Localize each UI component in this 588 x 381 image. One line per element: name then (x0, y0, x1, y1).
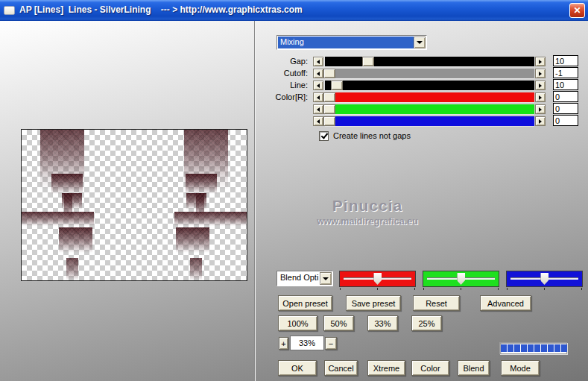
filter-preset-dropdown[interactable]: Mixing (276, 35, 427, 50)
color-r-slider-track[interactable] (325, 92, 534, 102)
line-slider-thumb[interactable] (331, 81, 343, 90)
zoom-in-button[interactable]: + (279, 337, 288, 350)
cutoff-slider-track[interactable] (325, 69, 534, 78)
title-bar[interactable]: AP [Lines] Lines - SilverLining --- > ht… (0, 0, 588, 21)
color-b-slider-track[interactable] (325, 116, 534, 126)
color-b-slider-left-arrow[interactable] (313, 116, 323, 126)
progress-segment (521, 344, 527, 352)
color-b-slider-right-arrow[interactable] (535, 116, 546, 126)
color-g-slider-right-arrow[interactable] (535, 104, 546, 114)
cancel-button[interactable]: Cancel (324, 360, 358, 376)
save-preset-button[interactable]: Save preset (346, 295, 401, 311)
arrow-left-icon (317, 60, 320, 64)
mode-button[interactable]: Mode (501, 360, 540, 376)
red-blend-slider[interactable] (339, 271, 416, 287)
progress-segment (508, 344, 513, 352)
arrow-right-icon (539, 72, 542, 76)
watermark-site: www.maidiregrafica.eu (293, 216, 442, 227)
color-g-slider-left-arrow[interactable] (313, 104, 323, 114)
arrow-left-icon (317, 119, 320, 124)
progress-segment (554, 344, 560, 352)
create-lines-checkbox[interactable] (319, 131, 329, 141)
open-preset-button[interactable]: Open preset (278, 295, 332, 311)
arrow-left-icon (317, 95, 320, 100)
cutoff-value-input[interactable] (553, 67, 578, 78)
color-g-slider-track[interactable] (325, 104, 534, 114)
color-r-slider-right-arrow[interactable] (535, 92, 546, 102)
reset-button[interactable]: Reset (413, 295, 460, 311)
cutoff-slider-left-arrow[interactable] (313, 69, 323, 78)
color-r-value-input[interactable] (553, 91, 578, 102)
progress-segment (548, 344, 554, 352)
color-b-slider-thumb[interactable] (323, 116, 335, 126)
gap-slider-right-arrow[interactable] (535, 57, 546, 66)
gap-slider-label: Gap: (254, 57, 308, 66)
chevron-down-icon (323, 277, 329, 280)
app-icon (4, 6, 15, 15)
arrow-right-icon (539, 60, 542, 64)
zoom-out-button[interactable]: − (325, 337, 337, 350)
gap-slider-thumb[interactable] (362, 57, 374, 66)
close-icon: ✕ (573, 6, 581, 15)
zoom-level-value: 33% (290, 336, 324, 350)
zoom-33-button[interactable]: 33% (367, 315, 398, 331)
blue-blend-thumb[interactable] (540, 273, 549, 285)
watermark-name: Pinuccia (293, 197, 442, 215)
preview-shape (176, 227, 209, 253)
color-button[interactable]: Color (411, 360, 449, 376)
slider-tick (423, 288, 424, 290)
dropdown-arrow-button[interactable] (414, 37, 426, 48)
xtreme-button[interactable]: Xtreme (367, 360, 405, 376)
color-g-slider-label (254, 104, 308, 114)
color-g-value-input[interactable] (553, 103, 578, 114)
preview-canvas[interactable] (21, 129, 247, 281)
color-g-slider-thumb[interactable] (323, 104, 335, 114)
line-slider-left-arrow[interactable] (313, 81, 323, 90)
color-r-slider-thumb[interactable] (323, 92, 335, 102)
zoom-50-button[interactable]: 50% (323, 315, 354, 331)
progress-bar (499, 342, 567, 354)
cutoff-slider-right-arrow[interactable] (535, 69, 546, 78)
slider-tick (461, 288, 461, 290)
color-b-slider-label (254, 116, 308, 126)
color-r-slider-left-arrow[interactable] (313, 92, 323, 102)
blue-blend-slider[interactable] (506, 271, 583, 287)
slider-tick (377, 288, 378, 290)
blend-options-dropdown[interactable]: Blend Opti (276, 271, 333, 286)
progress-segment (501, 344, 507, 352)
cutoff-slider-thumb[interactable] (323, 69, 335, 78)
red-blend-thumb[interactable] (373, 273, 382, 285)
dialog-body: Mixing Gap: Cutoff: Line: Color[R]: (0, 21, 588, 381)
color-b-value-input[interactable] (553, 115, 578, 126)
gap-slider-track[interactable] (325, 57, 534, 66)
green-blend-thumb[interactable] (457, 273, 465, 285)
line-slider-right-arrow[interactable] (535, 81, 546, 90)
window-title: AP [Lines] Lines - SilverLining --- > ht… (19, 4, 303, 15)
filter-preset-value: Mixing (278, 37, 414, 48)
preview-totem-right (22, 130, 247, 280)
gap-value-input[interactable] (553, 55, 578, 66)
slider-tick (498, 288, 499, 290)
slider-tick (414, 288, 415, 290)
dropdown-arrow-button[interactable] (320, 272, 332, 285)
blend-button[interactable]: Blend (458, 360, 490, 376)
create-lines-checkbox-label: Create lines not gaps (333, 131, 411, 141)
progress-segment (528, 344, 534, 352)
line-slider-label: Line: (254, 81, 308, 90)
arrow-right-icon (539, 107, 542, 112)
advanced-button[interactable]: Advanced (480, 295, 531, 311)
green-blend-slider[interactable] (423, 271, 499, 287)
ok-button[interactable]: OK (278, 360, 317, 376)
arrow-left-icon (317, 107, 320, 112)
zoom-100-button[interactable]: 100% (278, 315, 317, 331)
line-value-input[interactable] (553, 79, 578, 90)
slider-tick (340, 288, 341, 290)
gap-slider-left-arrow[interactable] (313, 57, 323, 66)
progress-segment (561, 344, 567, 352)
slider-tick (507, 288, 508, 290)
slider-tick (581, 288, 582, 290)
line-slider-track[interactable] (325, 81, 534, 90)
zoom-25-button[interactable]: 25% (411, 315, 442, 331)
progress-segment (534, 344, 540, 352)
close-button[interactable]: ✕ (569, 3, 585, 18)
